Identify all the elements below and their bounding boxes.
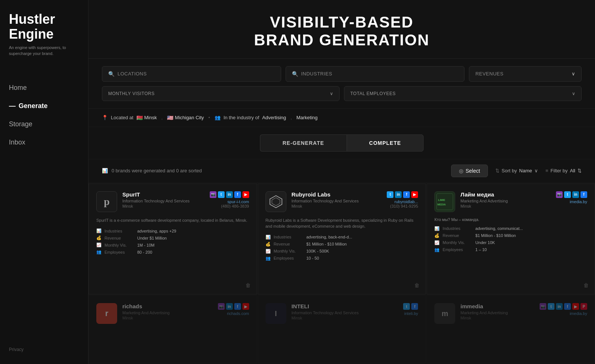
sidebar-item-label: Storage [9,120,32,128]
brand-logo-richads: r [96,303,117,324]
linkedin-icon: in [556,303,563,310]
card-info: INTELI Information Technology And Servic… [292,303,398,320]
revenue-label: Revenue [104,236,134,240]
card-meta: 📊 Industries advertising, back-end-d... … [266,235,418,261]
filter-value: All [570,168,575,173]
brand-location: Minsk [460,316,534,320]
brand-card-rubyroid[interactable]: Rubyroid Labs Information Technology And… [258,183,426,295]
sort-control[interactable]: ⇅ Sort by Name ∨ [495,168,538,173]
facebook-icon: f [564,303,571,310]
brand-card-spurit[interactable]: p SpurIT Information Technology And Serv… [89,183,257,295]
twitter-icon: t [387,191,393,198]
filters-row-1: 🔍 LOCATIONS 🔍 INDUSTRIES REVENUES ∨ [102,66,582,82]
brand-location: Minsk [292,316,398,320]
industries-filter[interactable]: 🔍 INDUSTRIES [286,66,465,82]
monthly-vis-icon: 📈 [96,243,102,247]
svg-rect-2 [437,194,453,210]
revenues-filter[interactable]: REVENUES ∨ [469,66,582,82]
flag-us: 🇺🇸 [167,115,173,121]
contact-info: imedia.by [570,311,587,316]
sidebar-nav: Home — Generate Storage Inbox [9,79,79,152]
sidebar-item-home[interactable]: Home [9,79,79,97]
card-meta: 📊 Industries advertising, communicat... … [434,226,587,252]
monthly-vis-value: 1M - 10M [137,243,154,247]
facebook-icon: f [580,191,587,198]
delete-button[interactable]: 🗑 [583,282,589,288]
brand-card-immedia[interactable]: m immedia Marketing And Advertising Mins… [427,295,595,363]
sidebar-item-generate[interactable]: — Generate [9,97,79,115]
industries-label: Industries [274,235,303,239]
contact-info: rubyroidlab... (310) 941-9295 [390,199,418,208]
sidebar: Hustler Engine An engine with superpower… [0,0,89,364]
industries-value: advertising, back-end-d... [306,235,353,239]
industries-value: advertising, apps +29 [137,229,176,233]
contact-info: inteli.by [404,311,418,316]
sidebar-item-inbox[interactable]: Inbox [9,133,79,152]
brand-type: Information Technology And Services [292,311,398,315]
linkedin-icon: in [226,303,233,310]
employees-icon: 👥 [434,247,440,252]
sidebar-item-storage[interactable]: Storage [9,115,79,133]
sort-icon: ⇅ [495,168,499,173]
employees-value: 10 - 50 [306,256,319,260]
results-toolbar: 📊 0 brands were generated and 0 are sort… [89,159,595,183]
facebook-icon: f [411,303,418,310]
industries-label: Industries [104,229,134,233]
brand-logo-laym: LIME MEDIA [434,191,455,212]
toolbar-right: ◎ Select ⇅ Sort by Name ∨ ≡ Filter by Al… [451,165,582,177]
delete-button[interactable]: 🗑 [414,282,419,288]
delete-button[interactable]: 🗑 [245,282,251,288]
industries-row: 📊 Industries advertising, communicat... [434,226,587,231]
monthly-visitors-filter[interactable]: MONTHLY VISITORS ∨ [102,86,340,101]
brands-grid: p SpurIT Information Technology And Serv… [89,183,595,364]
regenerate-button[interactable]: RE-GENERATE [260,134,347,152]
brand-logo-inteli: I [266,303,286,324]
chevron-down-icon: ∨ [534,168,538,173]
brand-phone: (310) 941-9295 [390,204,418,208]
brand-website: spur-i-t.com [221,199,249,204]
brand-logo-spurit: p [96,191,117,212]
social-icons: t f [403,303,418,310]
complete-button[interactable]: COMPLETE [347,134,424,152]
filter-control[interactable]: ≡ Filter by All ⇅ [546,168,582,173]
lime-logo-inner: LIME MEDIA [435,192,454,211]
flag-belarus: 🇧🇾 [136,115,143,121]
brand-type: Marketing And Advertising [460,311,534,315]
brand-logo-immedia: m [434,303,455,324]
industries-row: 📊 Industries advertising, apps +29 [96,228,249,233]
total-employees-filter[interactable]: TOTAL EMPLOYEES ∨ [344,86,582,101]
employees-value: 80 - 200 [137,250,152,254]
card-info: Rubyroid Labs Information Technology And… [292,191,382,208]
svg-text:MEDIA: MEDIA [437,203,446,206]
brand-website: richads.com [227,311,249,316]
sidebar-logo: Hustler Engine An engine with superpower… [9,12,79,79]
brand-phone: (480) 486-3839 [221,204,249,208]
monthly-vis-row: 📈 Monthly Vis. 100K - 500K [266,249,418,254]
revenue-label: Revenue [274,242,303,246]
card-header: I INTELI Information Technology And Serv… [266,303,418,324]
industry-advertising: Advertising [262,115,286,120]
brand-card-richads[interactable]: r richads Marketing And Advertising Mins… [89,295,257,363]
results-text: 0 brands were generated and 0 are sorted [112,168,202,173]
instagram-icon: 📷 [210,191,216,198]
sidebar-bottom: Privacy [9,347,79,352]
linkedin-icon: in [226,191,233,198]
card-header: Rubyroid Labs Information Technology And… [266,191,418,212]
brand-description: SpurIT is a e-commerce software developm… [96,217,249,224]
monthly-vis-label: Monthly Vis. [274,249,303,253]
brand-name: Rubyroid Labs [292,191,382,198]
brand-location: Minsk [122,204,205,208]
revenue-row: 💰 Revenue $1 Million - $10 Million [434,233,587,238]
locations-filter[interactable]: 🔍 LOCATIONS [102,66,281,82]
located-at-label: Located at [111,115,134,120]
brand-website: imedia.by [570,199,587,204]
industries-label: INDUSTRIES [301,71,332,77]
page-header: VISIBILTY-BASED BRAND GENERATION [89,0,595,59]
social-icons: 📷 t in f ▶ P [540,303,587,310]
select-button[interactable]: ◎ Select [451,165,488,177]
brand-card-laym[interactable]: LIME MEDIA Лайм медиа Marketing And Adve… [427,183,595,295]
youtube-icon: ▶ [411,191,418,198]
card-info: richads Marketing And Advertising Minsk [122,303,213,320]
youtube-icon: ▶ [242,191,249,198]
brand-card-inteli[interactable]: I INTELI Information Technology And Serv… [258,295,426,363]
